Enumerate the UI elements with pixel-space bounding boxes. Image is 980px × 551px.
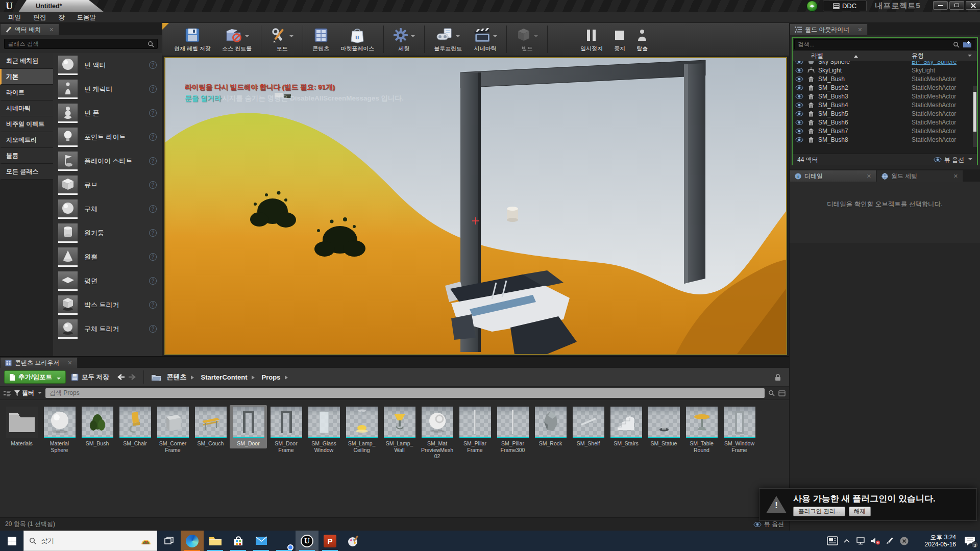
edge-icon[interactable] bbox=[181, 531, 204, 551]
news-widgets-icon[interactable] bbox=[826, 531, 839, 551]
category-지오메트리[interactable]: 지오메트리 bbox=[0, 132, 53, 148]
tab-content-browser[interactable]: 콘텐츠 브라우저 ✕ bbox=[0, 357, 78, 368]
question-circle-icon[interactable]: ? bbox=[149, 229, 157, 237]
menu-item-3[interactable]: 도움말 bbox=[71, 12, 103, 23]
dismiss-button[interactable]: 해제 bbox=[849, 507, 871, 516]
toolbar-button-블루프린트[interactable]: 블루프린트 bbox=[428, 23, 468, 56]
category-시네마틱[interactable]: 시네마틱 bbox=[0, 101, 53, 116]
taskbar-search-input[interactable]: 찾기 bbox=[23, 531, 157, 551]
toolbar-button-모드[interactable]: 모드 bbox=[265, 23, 299, 56]
asset-tile[interactable]: Materials bbox=[3, 405, 40, 448]
question-circle-icon[interactable]: ? bbox=[149, 157, 157, 165]
asset-tile[interactable]: SM_Chair bbox=[116, 405, 154, 448]
place-item[interactable]: 포인트 라이트? bbox=[53, 125, 162, 149]
outliner-row[interactable]: SM_Bush5StaticMeshActor bbox=[793, 109, 977, 118]
task-view-button[interactable] bbox=[157, 531, 181, 551]
forward-arrow-icon[interactable] bbox=[128, 373, 136, 381]
asset-tile[interactable]: SM_Door bbox=[230, 405, 267, 448]
powerpoint-icon[interactable]: P bbox=[318, 531, 341, 551]
question-circle-icon[interactable]: ? bbox=[149, 85, 157, 93]
dropdown-caret-icon[interactable] bbox=[245, 35, 249, 39]
add-import-button[interactable]: 추가/임포트 bbox=[4, 370, 66, 384]
outliner-search-input[interactable]: 검색... bbox=[794, 39, 975, 49]
dropdown-caret-icon[interactable] bbox=[456, 35, 460, 39]
dropdown-caret-icon[interactable] bbox=[493, 35, 497, 39]
question-circle-icon[interactable]: ? bbox=[149, 133, 157, 141]
asset-tile[interactable]: SM_Table Round bbox=[683, 405, 720, 455]
add-folder-icon[interactable] bbox=[963, 41, 972, 48]
filters-button[interactable]: 필터 bbox=[14, 389, 42, 397]
back-arrow-icon[interactable] bbox=[117, 373, 126, 381]
asset-tile[interactable]: SM_Pillar Frame300 bbox=[494, 405, 531, 455]
question-circle-icon[interactable]: ? bbox=[149, 301, 157, 309]
asset-tile[interactable]: SM_Window Frame bbox=[721, 405, 758, 455]
eye-icon[interactable] bbox=[793, 137, 806, 142]
category-모든 클래스[interactable]: 모든 클래스 bbox=[0, 164, 53, 180]
toolbar-button-일시정지[interactable]: 일시정지 bbox=[575, 23, 608, 56]
asset-tile[interactable]: SM_Corner Frame bbox=[154, 405, 191, 455]
place-item[interactable]: 원기둥? bbox=[53, 221, 162, 245]
outliner-view-options[interactable]: 뷰 옵션 bbox=[934, 156, 972, 164]
viewport[interactable]: 라이팅을 다시 빌드해야 합니다 (빌드 필요: 91개) 문을 열거라 시지를… bbox=[164, 57, 787, 355]
search-icon[interactable] bbox=[768, 390, 775, 396]
dropdown-caret-icon[interactable] bbox=[289, 35, 293, 39]
tab-world-settings[interactable]: 월드 세팅 ✕ bbox=[876, 170, 963, 182]
close-icon[interactable]: ✕ bbox=[857, 27, 862, 33]
manage-plugins-button[interactable]: 플러그인 관리... bbox=[793, 507, 845, 516]
notification-center-button[interactable]: 3 bbox=[961, 531, 980, 551]
dropdown-caret-icon[interactable] bbox=[534, 35, 538, 39]
outliner-row[interactable]: SM_Bush6StaticMeshActor bbox=[793, 118, 977, 127]
asset-tile[interactable]: SM_Rock bbox=[532, 405, 569, 448]
asset-tile[interactable]: SM_Lamp_ Wall bbox=[381, 405, 418, 455]
place-item[interactable]: 평면? bbox=[53, 269, 162, 293]
asset-tile[interactable]: SM_Bush bbox=[79, 405, 116, 448]
question-circle-icon[interactable]: ? bbox=[149, 253, 157, 261]
close-icon[interactable]: ✕ bbox=[49, 27, 54, 33]
dropdown-caret-icon[interactable] bbox=[411, 35, 415, 39]
tab-details[interactable]: i 디테일 ✕ bbox=[790, 170, 876, 182]
category-라이트[interactable]: 라이트 bbox=[0, 85, 53, 101]
eye-icon[interactable] bbox=[793, 77, 806, 82]
cb-view-options[interactable]: 뷰 옵션 bbox=[753, 520, 784, 529]
menu-item-0[interactable]: 파일 bbox=[2, 12, 27, 23]
place-item[interactable]: 구체 트리거? bbox=[53, 317, 162, 341]
toolbar-button-탈출[interactable]: 탈출 bbox=[631, 23, 653, 56]
maximize-button[interactable] bbox=[949, 1, 964, 10]
file-explorer-icon[interactable] bbox=[204, 531, 227, 551]
pen-icon[interactable] bbox=[883, 531, 896, 551]
minimize-button[interactable] bbox=[933, 1, 948, 10]
unreal-engine-icon[interactable]: U bbox=[296, 531, 318, 551]
class-search-input[interactable]: 클래스 검색 bbox=[4, 39, 158, 49]
question-circle-icon[interactable]: ? bbox=[149, 61, 157, 69]
outliner-scrollbar[interactable] bbox=[973, 86, 977, 147]
column-type[interactable]: 유형 bbox=[912, 52, 924, 60]
question-circle-icon[interactable]: ? bbox=[149, 205, 157, 213]
close-icon[interactable]: ✕ bbox=[867, 173, 871, 180]
eye-icon[interactable] bbox=[793, 103, 806, 108]
asset-tile[interactable]: SM_Statue bbox=[645, 405, 682, 448]
filter-dropdown-icon[interactable] bbox=[968, 55, 972, 59]
ddc-button[interactable]: DDC bbox=[823, 1, 867, 11]
close-icon[interactable]: ✕ bbox=[953, 173, 958, 180]
question-circle-icon[interactable]: ? bbox=[149, 181, 157, 189]
chevron-up-icon[interactable] bbox=[840, 531, 853, 551]
question-circle-icon[interactable]: ? bbox=[149, 109, 157, 117]
eye-icon[interactable] bbox=[793, 68, 806, 73]
place-item[interactable]: 빈 캐릭터? bbox=[53, 77, 162, 101]
toolbar-button-마켓플레이스[interactable]: u마켓플레이스 bbox=[335, 23, 380, 56]
taskbar-clock[interactable]: 오후 3:24 2024-05-16 bbox=[915, 534, 956, 548]
chrome-icon[interactable] bbox=[273, 531, 296, 551]
place-item[interactable]: 큐브? bbox=[53, 173, 162, 197]
asset-tile[interactable]: SM_Lamp_ Ceiling bbox=[343, 405, 380, 455]
toolbar-button-현재 레벨 저장[interactable]: 현재 레벨 저장 bbox=[168, 23, 216, 56]
asset-tile[interactable]: SM_Mat PreviewMesh 02 bbox=[419, 405, 456, 461]
column-label[interactable]: 라벨 bbox=[811, 52, 823, 60]
toolbar-button-시네마틱[interactable]: 시네마틱 bbox=[468, 23, 503, 56]
network-icon[interactable] bbox=[854, 531, 868, 551]
asset-search-input[interactable]: 검색 Props bbox=[45, 388, 765, 398]
paint3d-icon[interactable] bbox=[341, 531, 364, 551]
lock-icon[interactable] bbox=[775, 373, 785, 381]
toolbar-button-세팅[interactable]: 세팅 bbox=[387, 23, 421, 56]
place-item[interactable]: 원뿔? bbox=[53, 245, 162, 269]
asset-tile[interactable]: SM_Shelf bbox=[570, 405, 607, 448]
